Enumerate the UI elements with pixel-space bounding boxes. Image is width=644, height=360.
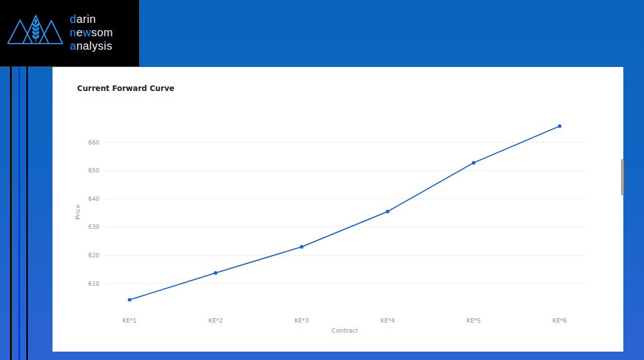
svg-text:KE*5: KE*5 bbox=[466, 317, 480, 324]
forward-curve-line-chart: 610620630640650660KE*1KE*2KE*3KE*4KE*5KE… bbox=[53, 67, 623, 352]
svg-text:KE*4: KE*4 bbox=[380, 317, 395, 324]
brand-header: darinnewsomanalysis bbox=[0, 0, 139, 66]
frame-line-black-left bbox=[10, 66, 12, 360]
mountains-wheat-logo-icon bbox=[7, 14, 63, 45]
svg-text:KE*3: KE*3 bbox=[294, 317, 308, 324]
x-axis-label: Contract bbox=[104, 327, 585, 334]
svg-text:640: 640 bbox=[88, 195, 99, 202]
svg-text:610: 610 bbox=[88, 280, 99, 287]
brand-wordmark-line: darin bbox=[70, 12, 113, 26]
scrollbar-thumb[interactable] bbox=[621, 159, 624, 195]
chart-panel: Current Forward Curve Price 610620630640… bbox=[53, 67, 623, 352]
svg-text:KE*2: KE*2 bbox=[208, 317, 222, 324]
brand-wordmark: darinnewsomanalysis bbox=[70, 12, 113, 52]
frame-line-blue bbox=[18, 66, 20, 360]
svg-text:KE*6: KE*6 bbox=[552, 317, 567, 324]
svg-text:650: 650 bbox=[88, 167, 99, 174]
brand-wordmark-line: analysis bbox=[70, 39, 113, 52]
frame-line-black-right bbox=[26, 66, 28, 360]
svg-text:660: 660 bbox=[88, 139, 99, 146]
svg-text:KE*1: KE*1 bbox=[122, 317, 136, 324]
svg-text:630: 630 bbox=[88, 223, 99, 230]
brand-wordmark-line: newsom bbox=[70, 26, 113, 39]
svg-text:620: 620 bbox=[88, 252, 99, 258]
